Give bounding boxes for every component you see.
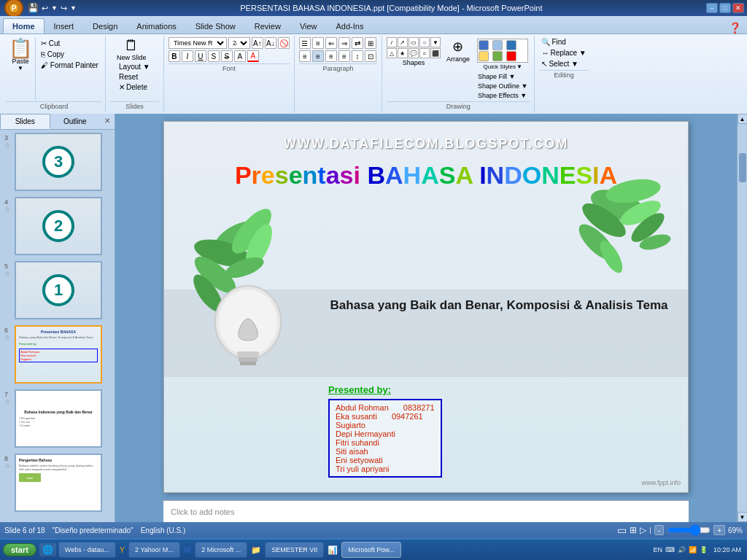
taskbar-item-1[interactable]: Webs - datau... xyxy=(58,542,116,558)
convert-smartart-button[interactable]: ⊡ xyxy=(365,50,376,62)
tab-slideshow[interactable]: Slide Show xyxy=(186,18,245,34)
slide-thumbnail-7[interactable]: 7 ☆ Bahasa Indonesia yang Baik dan Benar… xyxy=(15,389,100,448)
font-increase-button[interactable]: A↑ xyxy=(252,37,263,49)
tab-addins[interactable]: Add-Ins xyxy=(327,18,374,34)
scroll-up-arrow[interactable]: ▲ xyxy=(738,114,748,124)
copy-button[interactable]: ⎘ Copy xyxy=(39,50,101,59)
maximize-button[interactable]: □ xyxy=(719,3,731,13)
paste-button[interactable]: 📋 Paste ▼ xyxy=(6,37,36,100)
start-button[interactable]: start xyxy=(3,543,36,556)
minimize-button[interactable]: – xyxy=(706,3,718,13)
line-spacing-button[interactable]: ↕ xyxy=(352,50,363,62)
shape-effects-button[interactable]: Shape Effects ▼ xyxy=(476,91,530,100)
taskbar-item-5[interactable]: Microsoft Pow... xyxy=(341,542,401,558)
clear-format-button[interactable]: 🚫 xyxy=(278,37,290,49)
quick-styles-dropdown[interactable]: ▼ xyxy=(516,63,522,70)
bullet-list-button[interactable]: ☰ xyxy=(299,37,311,49)
shape-arrow[interactable]: ↗ xyxy=(398,37,408,47)
shape-star[interactable]: ★ xyxy=(398,48,408,58)
qs-2[interactable] xyxy=(492,40,503,50)
direction-button[interactable]: ⇄ xyxy=(352,37,363,49)
qs-5[interactable] xyxy=(492,51,503,61)
quick-save[interactable]: 💾 xyxy=(28,3,39,13)
find-button[interactable]: 🔍 Find xyxy=(539,37,588,47)
columns-button[interactable]: ⊞ xyxy=(365,37,376,49)
shape-outline-button[interactable]: Shape Outline ▼ xyxy=(476,82,530,90)
format-painter-button[interactable]: 🖌 Format Painter xyxy=(39,61,101,70)
paste-dropdown[interactable]: ▼ xyxy=(18,65,23,71)
font-size-select[interactable]: 24 xyxy=(228,37,250,49)
taskbar-item-4[interactable]: SEMESTER VII xyxy=(265,542,324,558)
main-slide[interactable]: WWW.DATAFILECOM.BLOGSPOT.COM Presentasi … xyxy=(163,121,689,493)
align-center-button[interactable]: ≡ xyxy=(312,50,324,62)
font-decrease-button[interactable]: A↓ xyxy=(265,37,276,49)
shadow-button[interactable]: S xyxy=(208,50,220,62)
qs-4[interactable] xyxy=(479,51,489,61)
slides-tab[interactable]: Slides xyxy=(0,114,50,129)
tab-review[interactable]: Review xyxy=(245,18,290,34)
inc-indent-button[interactable]: ⇒ xyxy=(338,37,350,49)
quick-undo-arrow[interactable]: ▼ xyxy=(51,4,58,12)
font-name-select[interactable]: Times New Roman xyxy=(169,37,227,49)
italic-button[interactable]: I xyxy=(182,50,193,62)
scroll-down-arrow[interactable]: ▼ xyxy=(738,512,748,522)
numbered-list-button[interactable]: ≡ xyxy=(312,37,324,49)
shape-tri[interactable]: △ xyxy=(387,48,397,58)
layout-button[interactable]: Layout ▼ xyxy=(117,62,152,71)
tab-design[interactable]: Design xyxy=(83,18,127,34)
shape-callout[interactable]: 💬 xyxy=(409,48,419,58)
char-spacing-button[interactable]: A xyxy=(234,50,246,62)
taskbar-item-3[interactable]: 2 Microsoft ... xyxy=(195,542,247,558)
zoom-in-btn[interactable]: + xyxy=(713,525,725,535)
shape-eq[interactable]: = xyxy=(419,48,430,58)
vertical-scrollbar[interactable]: ▲ ▼ xyxy=(737,114,747,522)
taskbar-icon-5[interactable]: 📊 xyxy=(326,545,339,555)
scroll-thumb[interactable] xyxy=(739,153,746,182)
tab-view[interactable]: View xyxy=(290,18,327,34)
shape-rect[interactable]: ▭ xyxy=(409,37,419,47)
align-left-button[interactable]: ≡ xyxy=(299,50,311,62)
reset-button[interactable]: Reset xyxy=(117,72,140,82)
tab-home[interactable]: Home xyxy=(3,18,44,34)
bold-button[interactable]: B xyxy=(169,50,180,62)
shape-more[interactable]: ▼ xyxy=(430,37,441,47)
quick-redo[interactable]: ↪ xyxy=(61,4,67,13)
taskbar-icon-1[interactable]: 🌐 xyxy=(39,543,56,556)
dec-indent-button[interactable]: ⇐ xyxy=(325,37,337,49)
delete-button[interactable]: ✕ Delete xyxy=(117,82,150,92)
slide-thumbnail-8[interactable]: 8 ☆ Pengertian Bahasa Bahasa adalah sist… xyxy=(15,454,100,512)
panel-close[interactable]: ✕ xyxy=(100,114,115,129)
view-normal-btn[interactable]: ▭ xyxy=(617,524,627,536)
select-button[interactable]: ↖ Select ▼ xyxy=(539,59,588,69)
ribbon-help[interactable]: ❓ xyxy=(729,22,741,34)
office-button[interactable]: P xyxy=(4,0,23,18)
zoom-slider[interactable] xyxy=(667,526,711,534)
slide-thumbnail-4[interactable]: 4 ☆ 2 xyxy=(15,197,100,255)
close-button[interactable]: ✕ xyxy=(732,3,744,13)
qs-6[interactable] xyxy=(506,51,516,61)
view-show-btn[interactable]: ▷ xyxy=(640,525,646,535)
tab-animations[interactable]: Animations xyxy=(127,18,185,34)
slide-thumbnail-3[interactable]: 3 ☆ 3 xyxy=(15,133,100,191)
qs-3[interactable] xyxy=(506,40,516,50)
taskbar-icon-4[interactable]: 📁 xyxy=(249,545,263,555)
cut-button[interactable]: ✂ Cut xyxy=(39,39,101,48)
shape-block[interactable]: ⬛ xyxy=(430,48,441,58)
quick-customize[interactable]: ▼ xyxy=(70,4,77,12)
shape-oval[interactable]: ○ xyxy=(419,37,430,47)
view-sort-btn[interactable]: ⊞ xyxy=(630,525,637,535)
qs-1[interactable] xyxy=(479,40,489,50)
zoom-out-btn[interactable]: - xyxy=(654,525,664,535)
arrange-button[interactable]: ⊕ Arrange xyxy=(444,37,473,64)
slide-thumbnail-5[interactable]: 5 ☆ 1 xyxy=(15,261,100,319)
align-right-button[interactable]: ≡ xyxy=(325,50,337,62)
font-color-button[interactable]: A xyxy=(247,50,259,62)
taskbar-icon-3[interactable]: W xyxy=(182,545,193,554)
taskbar-item-2[interactable]: 2 Yahoo! M... xyxy=(128,542,180,558)
taskbar-icon-2[interactable]: Y xyxy=(118,545,126,554)
slide-thumbnail-6[interactable]: 6 ☆ Presentasi BAHASA Bahasa yang Baik d… xyxy=(15,325,100,384)
quick-undo[interactable]: ↩ xyxy=(42,4,48,13)
strikethrough-button[interactable]: S xyxy=(221,50,233,62)
justify-button[interactable]: ≡ xyxy=(338,50,350,62)
outline-tab[interactable]: Outline xyxy=(50,114,101,129)
